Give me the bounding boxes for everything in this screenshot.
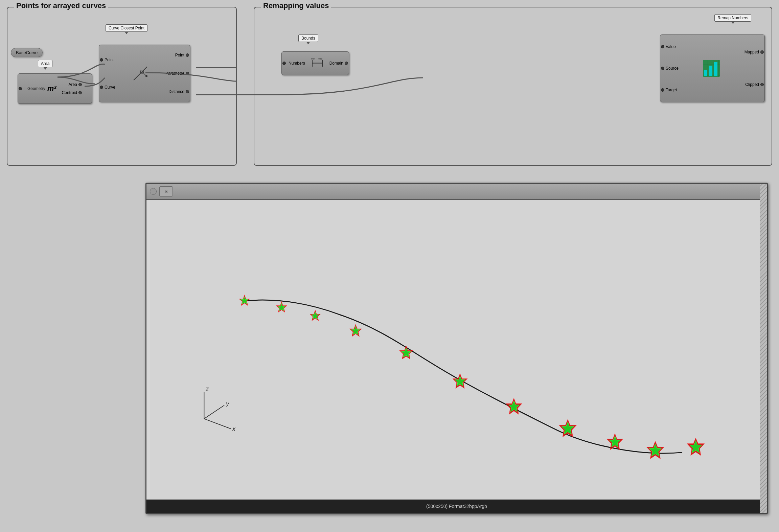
remap-body — [680, 35, 743, 102]
ccp-node[interactable]: Point Curve Point — [99, 45, 190, 102]
remap-source-label: Source — [666, 66, 679, 71]
viewport-svg: z y x — [146, 200, 767, 500]
area-callout: Area — [38, 60, 52, 67]
ccp-point-out-label: Point — [175, 53, 184, 57]
area-geometry-port[interactable] — [19, 87, 22, 90]
viewport-circle-btn[interactable] — [150, 188, 157, 195]
remap-node[interactable]: Value Source Target — [660, 34, 765, 102]
viewport-statusbar: (500x250) Format32bppArgb — [146, 500, 767, 513]
bounds-callout: Bounds — [298, 34, 318, 42]
ccp-parameter-port[interactable] — [186, 72, 189, 75]
viewport-content: z y x — [146, 200, 767, 500]
bounds-outputs: Domain — [328, 58, 349, 68]
group-right-title: Remapping values — [261, 1, 331, 10]
ccp-point-in-label: Point — [105, 57, 114, 62]
bounds-domain-port[interactable] — [345, 62, 348, 65]
svg-text:z: z — [205, 386, 209, 392]
remap-mapped-label: Mapped — [744, 50, 759, 54]
remap-target-port[interactable] — [661, 88, 664, 92]
viewport-tab-label: S — [160, 187, 173, 196]
viewport-tab-s[interactable]: S — [159, 186, 173, 196]
remap-source-port[interactable] — [661, 67, 664, 70]
bounds-node[interactable]: Numbers min max Domain — [281, 51, 349, 75]
group-left: Points for arrayed curves BaseCurve Area… — [7, 7, 237, 166]
ccp-icon — [130, 63, 151, 84]
svg-text:y: y — [225, 400, 229, 407]
svg-text:max: max — [318, 57, 323, 60]
bounds-numbers-port[interactable] — [282, 62, 286, 65]
ccp-outputs: Point Parameter Distance — [164, 45, 190, 102]
svg-rect-17 — [709, 66, 712, 76]
group-left-title: Points for arrayed curves — [14, 1, 108, 10]
area-body: Geometry m² — [23, 74, 61, 103]
area-inputs — [18, 74, 23, 103]
group-right: Remapping values Bounds Numbers min — [254, 7, 772, 166]
svg-rect-4 — [312, 63, 322, 64]
ccp-inputs: Point Curve — [99, 45, 117, 102]
remap-value-label: Value — [666, 44, 676, 49]
svg-line-0 — [134, 67, 147, 80]
viewport-edge-decoration — [760, 184, 767, 513]
ccp-curve-in-label: Curve — [105, 85, 115, 90]
area-geometry-label: Geometry — [27, 86, 45, 91]
svg-point-3 — [145, 75, 147, 77]
viewport-titlebar: S — [146, 184, 767, 200]
centroid-label: Centroid — [62, 90, 77, 95]
ccp-point-out-port[interactable] — [186, 53, 189, 57]
bounds-domain-label: Domain — [329, 61, 343, 66]
remap-icon — [701, 58, 721, 78]
ccp-distance-port[interactable] — [186, 90, 189, 93]
bounds-body: min max — [308, 55, 328, 71]
bounds-icon: min max — [311, 56, 324, 70]
basecurve-node[interactable]: BaseCurve — [11, 48, 43, 57]
remap-value-port[interactable] — [661, 45, 664, 48]
svg-rect-19 — [150, 200, 763, 500]
ccp-point-in-port[interactable] — [100, 58, 103, 62]
svg-rect-16 — [704, 70, 707, 76]
svg-text:x: x — [232, 425, 236, 432]
viewport-status-text: (500x250) Format32bppArgb — [426, 504, 487, 509]
ccp-callout: Curve Closest Point — [106, 24, 147, 32]
svg-rect-18 — [714, 62, 717, 76]
remap-mapped-port[interactable] — [760, 50, 764, 54]
bounds-inputs: Numbers — [282, 58, 308, 68]
area-icon: m² — [47, 84, 56, 93]
svg-text:min: min — [311, 57, 315, 60]
area-centroid-port[interactable] — [78, 91, 82, 94]
remap-callout: Remap Numbers — [714, 14, 751, 22]
ccp-distance-label: Distance — [168, 89, 184, 94]
remap-clipped-port[interactable] — [760, 83, 764, 86]
area-output-label: Area — [69, 82, 77, 87]
area-outputs: Area Centroid — [61, 74, 83, 103]
viewport: S — [145, 183, 768, 514]
top-section: Points for arrayed curves BaseCurve Area… — [0, 0, 779, 176]
ccp-parameter-label: Parameter — [165, 71, 184, 76]
remap-outputs: Mapped Clipped — [743, 35, 764, 102]
ccp-curve-in-port[interactable] — [100, 86, 103, 89]
basecurve-label: BaseCurve — [16, 50, 38, 55]
ccp-body — [117, 45, 164, 102]
remap-target-label: Target — [666, 88, 677, 92]
area-node[interactable]: Geometry m² Area Centroid — [18, 73, 92, 104]
area-area-port[interactable] — [78, 83, 82, 86]
bounds-numbers-label: Numbers — [287, 61, 306, 66]
remap-inputs: Value Source Target — [660, 35, 680, 102]
remap-clipped-label: Clipped — [745, 82, 759, 87]
